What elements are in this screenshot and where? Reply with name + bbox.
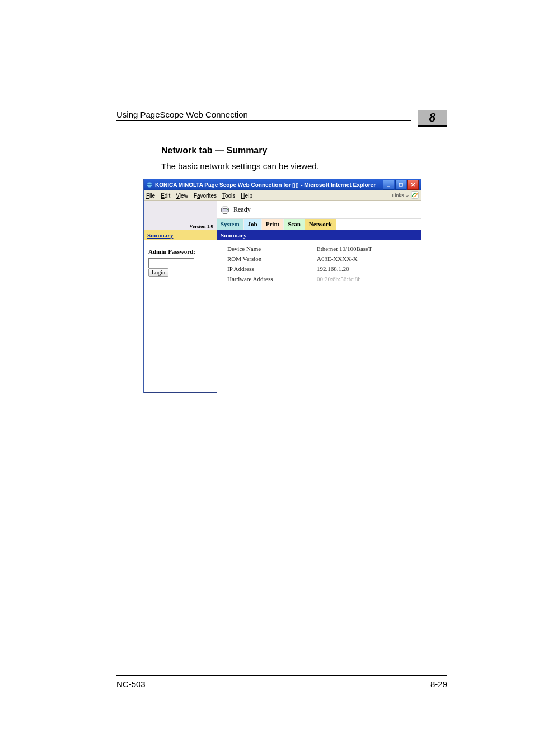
- table-row: Hardware Address 00:20:6b:56:fc:8h: [227, 274, 414, 284]
- section-heading: Network tab — Summary: [161, 146, 447, 156]
- svg-rect-5: [223, 206, 227, 208]
- close-button[interactable]: [407, 180, 419, 190]
- svg-rect-6: [223, 211, 227, 213]
- maximize-button[interactable]: [395, 180, 406, 190]
- table-row: ROM Version A08E-XXXX-X: [227, 254, 414, 264]
- tab-job[interactable]: Job: [244, 219, 262, 230]
- window-titlebar: KONICA MINOLTA Page Scope Web Connection…: [144, 179, 421, 190]
- brand-sidebar-top: Version 1.0: [144, 201, 217, 230]
- cell-label: ROM Version: [227, 254, 311, 264]
- ie-icon: [146, 181, 153, 188]
- device-status: Ready: [233, 206, 251, 214]
- tab-system[interactable]: System: [217, 219, 244, 230]
- table-row: IP Address 192.168.1.20: [227, 264, 414, 274]
- version-label: Version 1.0: [189, 223, 213, 229]
- tab-print[interactable]: Print: [262, 219, 284, 230]
- maximize-icon: [399, 183, 403, 187]
- admin-password-label: Admin Password:: [148, 248, 212, 255]
- browser-window: KONICA MINOLTA Page Scope Web Connection…: [143, 179, 421, 393]
- menu-favorites[interactable]: Favorites: [194, 193, 217, 199]
- tab-scan[interactable]: Scan: [284, 219, 305, 230]
- admin-password-input[interactable]: [148, 258, 194, 268]
- cell-value: 00:20:6b:56:fc:8h: [317, 274, 414, 284]
- close-icon: [411, 183, 415, 187]
- panel-title: Summary: [217, 230, 421, 240]
- menu-view[interactable]: View: [176, 193, 188, 199]
- menu-file[interactable]: File: [146, 193, 155, 199]
- svg-rect-2: [399, 183, 402, 186]
- cell-label: Device Name: [227, 244, 311, 254]
- window-title: KONICA MINOLTA Page Scope Web Connection…: [155, 182, 376, 188]
- cell-label: Hardware Address: [227, 274, 311, 284]
- links-label[interactable]: Links: [392, 193, 404, 198]
- top-tabs: System Job Print Scan Network: [217, 218, 421, 230]
- cell-value: A08E-XXXX-X: [317, 254, 414, 264]
- minimize-button[interactable]: [383, 180, 394, 190]
- svg-rect-1: [387, 186, 390, 187]
- chapter-number-badge: 8: [418, 110, 447, 127]
- menu-edit[interactable]: Edit: [161, 193, 170, 199]
- ie-throbber-icon: [411, 191, 419, 200]
- minimize-icon: [386, 183, 391, 187]
- menu-help[interactable]: Help: [241, 193, 252, 199]
- section-intro: The basic network settings can be viewed…: [161, 161, 447, 171]
- running-header: Using PageScope Web Connection: [116, 110, 411, 121]
- login-button[interactable]: Login: [148, 268, 168, 277]
- browser-menubar: File Edit View Favorites Tools Help Link…: [144, 190, 421, 201]
- summary-table: Device Name Ethernet 10/100BaseT ROM Ver…: [217, 240, 421, 286]
- footer-page: 8-29: [430, 679, 447, 689]
- side-link-summary[interactable]: Summary: [144, 230, 217, 240]
- footer-model: NC-503: [116, 679, 146, 689]
- svg-point-7: [227, 209, 228, 210]
- cell-value: Ethernet 10/100BaseT: [317, 244, 414, 254]
- tab-network[interactable]: Network: [305, 219, 336, 230]
- links-chevron-icon[interactable]: »: [406, 193, 409, 198]
- table-row: Device Name Ethernet 10/100BaseT: [227, 244, 414, 254]
- cell-value: 192.168.1.20: [317, 264, 414, 274]
- menu-tools[interactable]: Tools: [222, 193, 235, 199]
- printer-icon: [220, 205, 230, 215]
- cell-label: IP Address: [227, 264, 311, 274]
